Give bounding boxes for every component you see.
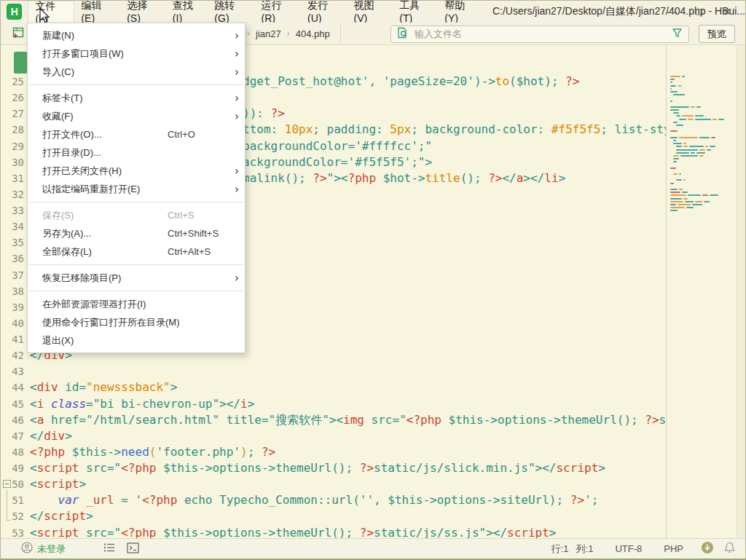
menubar-item[interactable]: 跳转(G) — [208, 1, 254, 23]
minimap-segment — [670, 109, 679, 111]
code-token: src=" — [79, 526, 121, 540]
line-number: 40 — [1, 315, 27, 331]
line-number: 52 — [1, 508, 27, 524]
code-token: )): — [243, 106, 271, 120]
code-token: ?php — [348, 171, 377, 185]
minimap-row — [670, 186, 736, 187]
menu-item[interactable]: 打开文件(O)...Ctrl+O — [28, 125, 245, 143]
minimap-segment — [696, 152, 705, 154]
menu-item[interactable]: 退出(X) — [28, 331, 245, 350]
menu-item[interactable]: 全部保存(L)Ctrl+Alt+S — [28, 242, 245, 261]
line-number: 49 — [1, 460, 27, 476]
code-token: script — [37, 461, 79, 475]
menu-item[interactable]: 打开目录(D)... — [28, 143, 245, 162]
code-token: to — [495, 74, 509, 88]
code-token: i — [37, 397, 44, 411]
code-token: ?> — [645, 413, 659, 427]
login-label[interactable]: 未登录 — [37, 543, 66, 556]
menu-item-label: 打开文件(O)... — [42, 128, 168, 141]
minimap-segment — [679, 173, 681, 175]
vertical-scrollbar[interactable] — [737, 45, 745, 540]
code-line: <a href="/html/search.html" title="搜索软件"… — [30, 412, 666, 428]
terminal-icon[interactable] — [127, 543, 139, 556]
minimap-row — [670, 143, 736, 144]
update-download-icon[interactable] — [701, 541, 714, 556]
menubar-item[interactable]: 工具(T) — [393, 1, 438, 23]
code-token: ackgroundColor='#f5f5f5';"> — [243, 155, 432, 169]
code-token: 10px — [285, 122, 313, 136]
maximize-button[interactable]: □ — [686, 6, 713, 17]
code-line: </script> — [30, 508, 666, 524]
preview-button[interactable]: 预览 — [699, 25, 735, 43]
code-token: ?> — [360, 461, 374, 475]
menu-item[interactable]: 以指定编码重新打开(E)› — [28, 180, 245, 198]
minimap-row — [670, 109, 736, 111]
code-token: script — [507, 526, 549, 540]
menubar-item[interactable]: 文件(F) — [28, 1, 74, 23]
minimap[interactable] — [666, 45, 738, 540]
file-search-input[interactable]: 输入文件名 — [390, 25, 689, 43]
line-number: 31 — [1, 170, 27, 186]
minimap-row — [670, 161, 736, 162]
line-number: 36 — [1, 251, 27, 267]
menubar-item[interactable]: 运行(R) — [255, 1, 301, 23]
login-status[interactable]: 未登录 — [21, 542, 66, 556]
new-project-icon[interactable] — [10, 26, 25, 44]
fold-collapse-icon[interactable] — [3, 480, 11, 488]
line-number: 41 — [1, 331, 27, 347]
menu-item[interactable]: 在外部资源管理器打开(I) — [28, 295, 245, 313]
minimize-button[interactable]: — — [658, 6, 686, 17]
statusbar: 未登录 行:1 列:1 UT — [1, 538, 745, 559]
fold-guide-line — [7, 489, 7, 520]
notification-bell-icon[interactable] — [724, 542, 735, 556]
menu-item[interactable]: 另存为(A)...Ctrl+Shift+S — [28, 224, 245, 242]
minimap-segment — [679, 189, 683, 190]
menubar-item[interactable]: 选择(S) — [120, 1, 166, 23]
menubar-item[interactable]: 帮助(Y) — [438, 1, 484, 23]
menubar-item[interactable]: 编辑(E) — [74, 1, 120, 23]
minimap-segment — [711, 137, 715, 138]
code-token: > — [65, 429, 72, 443]
minimap-row — [670, 112, 736, 114]
menu-item[interactable]: 打开多窗口项目(W)› — [28, 44, 245, 63]
minimap-segment — [692, 204, 702, 205]
code-token: a — [37, 413, 44, 427]
minimap-segment — [688, 119, 694, 120]
menubar-item[interactable]: 视图(V) — [348, 1, 393, 23]
caret-position: 行:1 列:1 — [551, 543, 594, 556]
minimap-row — [670, 137, 736, 138]
minimap-segment — [673, 173, 678, 175]
breadcrumb-item[interactable]: jian27 — [256, 28, 281, 39]
code-token: '; — [584, 493, 598, 507]
menu-item[interactable]: 新建(N)› — [28, 26, 245, 44]
line-number: 29 — [1, 138, 27, 154]
code-token: script — [37, 477, 79, 491]
menu-item[interactable]: 导入(C)› — [28, 63, 245, 81]
minimap-row — [670, 79, 736, 80]
menu-item[interactable]: 收藏(F)› — [28, 107, 245, 125]
menu-item-label: 打开目录(D)... — [42, 146, 168, 159]
code-token: a — [517, 171, 524, 185]
menu-item[interactable]: 打开已关闭文件(H)› — [28, 162, 245, 180]
filter-icon[interactable] — [672, 28, 683, 42]
minimap-row — [670, 122, 736, 123]
minimap-segment — [678, 204, 691, 205]
breadcrumb-item[interactable]: 404.php — [296, 28, 330, 39]
code-token: < — [30, 526, 37, 540]
minimap-segment — [670, 85, 676, 87]
encoding-selector[interactable]: UTF-8 — [615, 543, 642, 554]
outline-list-icon[interactable] — [103, 543, 115, 555]
code-token: ?> — [360, 526, 374, 540]
menubar-item[interactable]: 发行(U) — [301, 1, 347, 23]
minimap-row — [670, 88, 736, 90]
code-token: < — [30, 413, 37, 427]
menu-item[interactable]: 使用命令行窗口打开所在目录(M) — [28, 313, 245, 331]
code-token: </ — [502, 171, 516, 185]
menu-item[interactable]: 标签卡(T)› — [28, 89, 245, 107]
close-button[interactable]: ✕ — [713, 6, 741, 17]
menubar-item[interactable]: 查找(I) — [166, 1, 208, 23]
code-token: $this->options->themeUrl(); — [441, 413, 645, 427]
menu-item[interactable]: 恢复已移除项目(P)› — [28, 269, 245, 287]
language-selector[interactable]: PHP — [664, 543, 683, 554]
minimap-segment — [673, 112, 679, 114]
